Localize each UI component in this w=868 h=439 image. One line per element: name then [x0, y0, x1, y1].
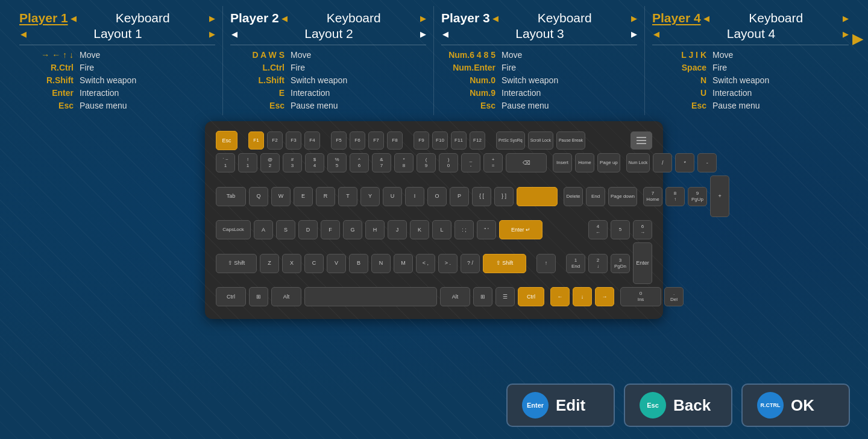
key-num6[interactable]: 6→	[633, 220, 652, 239]
key-m[interactable]: M	[394, 254, 413, 273]
key-numpad-slash[interactable]: /	[653, 153, 672, 172]
key-f2[interactable]: F2	[267, 131, 283, 150]
key-right[interactable]: →	[595, 287, 614, 306]
player-4-layout-right-arrow[interactable]: ▶	[843, 30, 849, 39]
key-s[interactable]: S	[276, 220, 295, 239]
key-tab[interactable]: Tab	[216, 187, 246, 206]
key-e[interactable]: E	[294, 187, 313, 206]
key-f5[interactable]: F5	[331, 131, 347, 150]
key-down[interactable]: ↓	[573, 287, 592, 306]
key-f1[interactable]: F1	[248, 131, 264, 150]
key-f9[interactable]: F9	[414, 131, 429, 150]
player-2-ctrl-left-arrow[interactable]: ◀	[281, 14, 288, 23]
key-v[interactable]: V	[327, 254, 346, 273]
key-ralt[interactable]: Alt	[440, 287, 470, 306]
player-4-ctrl-left-arrow[interactable]: ◀	[703, 14, 709, 23]
key-numpad-enter[interactable]: Enter	[633, 242, 652, 284]
player-1-ctrl-right-arrow[interactable]: ▶	[209, 14, 215, 23]
player-4-layout-left-arrow[interactable]: ◀	[653, 30, 659, 39]
key-backspace[interactable]: ⌫	[506, 153, 547, 172]
key-rwin[interactable]: ⊞	[473, 287, 492, 306]
right-nav-arrow[interactable]: ▶	[852, 30, 863, 47]
key-lbracket[interactable]: { [	[472, 187, 491, 206]
key-rctrl[interactable]: Ctrl	[518, 287, 544, 306]
key-home[interactable]: Home	[575, 153, 594, 172]
key-f10[interactable]: F10	[432, 131, 448, 150]
key-f11[interactable]: F11	[451, 131, 467, 150]
key-lshift[interactable]: ⇧ Shift	[216, 254, 257, 273]
key-f4[interactable]: F4	[304, 131, 320, 150]
key-t[interactable]: T	[338, 187, 357, 206]
key-num8[interactable]: 8↑	[665, 187, 685, 206]
key-i[interactable]: I	[405, 187, 424, 206]
key-numpad-plus[interactable]: +	[710, 175, 729, 217]
key-num2[interactable]: 2↓	[588, 254, 608, 273]
key-u[interactable]: U	[383, 187, 402, 206]
key-w[interactable]: W	[271, 187, 291, 206]
key-delete[interactable]: Delete	[564, 187, 583, 206]
key-slash[interactable]: ? /	[461, 254, 480, 273]
key-minus[interactable]: _-	[461, 153, 480, 172]
player-4-ctrl-right-arrow[interactable]: ▶	[843, 14, 849, 23]
key-f3[interactable]: F3	[286, 131, 301, 150]
key-media[interactable]	[631, 131, 652, 150]
key-end[interactable]: End	[586, 187, 605, 206]
key-semicolon[interactable]: : ;	[454, 220, 474, 239]
key-comma[interactable]: < ,	[416, 254, 435, 273]
key-num7[interactable]: 7Home	[643, 187, 662, 206]
key-7[interactable]: &7	[372, 153, 391, 172]
player-1-layout-left-arrow[interactable]: ◀	[20, 30, 27, 39]
key-scroll[interactable]: Scroll Lock	[528, 131, 553, 150]
key-f[interactable]: F	[321, 220, 340, 239]
key-capslock[interactable]: CapsLock	[216, 220, 251, 239]
key-0[interactable]: )0	[439, 153, 458, 172]
key-h[interactable]: H	[365, 220, 385, 239]
key-k[interactable]: K	[410, 220, 429, 239]
key-numdot[interactable]: .Del	[664, 287, 684, 306]
player-3-ctrl-right-arrow[interactable]: ▶	[631, 14, 637, 23]
key-8[interactable]: *8	[394, 153, 414, 172]
key-f12[interactable]: F12	[470, 131, 485, 150]
key-r[interactable]: R	[316, 187, 335, 206]
key-f7[interactable]: F7	[368, 131, 384, 150]
key-numlock[interactable]: Num Lock	[626, 153, 650, 172]
key-space[interactable]	[304, 287, 437, 306]
key-j[interactable]: J	[388, 220, 407, 239]
key-n[interactable]: N	[371, 254, 391, 273]
key-3[interactable]: #3	[283, 153, 302, 172]
key-f6[interactable]: F6	[350, 131, 365, 150]
key-prtsc[interactable]: PrtSc SysRq	[496, 131, 525, 150]
key-num5[interactable]: 5	[611, 220, 630, 239]
key-c[interactable]: C	[304, 254, 324, 273]
key-period[interactable]: > .	[438, 254, 458, 273]
edit-button[interactable]: Enter Edit	[506, 384, 615, 427]
key-2[interactable]: @2	[260, 153, 280, 172]
key-q[interactable]: Q	[249, 187, 268, 206]
key-a[interactable]: A	[254, 220, 273, 239]
key-numpad-star[interactable]: *	[675, 153, 694, 172]
key-pgdn[interactable]: Page down	[608, 187, 637, 206]
player-2-ctrl-right-arrow[interactable]: ▶	[420, 14, 426, 23]
key-f8[interactable]: F8	[387, 131, 403, 150]
key-insert[interactable]: Insert	[553, 153, 572, 172]
key-4[interactable]: $4	[305, 153, 324, 172]
key-o[interactable]: O	[427, 187, 447, 206]
key-num3[interactable]: 3PgDn	[611, 254, 630, 273]
key-num4[interactable]: 4←	[588, 220, 608, 239]
key-quote[interactable]: " '	[477, 220, 496, 239]
key-backtick[interactable]: ` ~1	[216, 153, 235, 172]
key-z[interactable]: Z	[260, 254, 279, 273]
key-p[interactable]: P	[450, 187, 469, 206]
key-pause[interactable]: Pause Break	[556, 131, 585, 150]
key-d[interactable]: D	[298, 220, 318, 239]
key-l[interactable]: L	[432, 220, 451, 239]
back-button[interactable]: Esc Back	[624, 384, 732, 427]
key-lalt[interactable]: Alt	[271, 287, 301, 306]
key-num0[interactable]: 0Ins	[620, 287, 661, 306]
key-equals[interactable]: +=	[483, 153, 503, 172]
player-3-layout-right-arrow[interactable]: ▶	[631, 30, 637, 39]
player-1-ctrl-left-arrow[interactable]: ◀	[71, 14, 77, 23]
key-6[interactable]: ^6	[350, 153, 369, 172]
player-1-layout-right-arrow[interactable]: ▶	[209, 30, 215, 39]
key-y[interactable]: Y	[360, 187, 380, 206]
